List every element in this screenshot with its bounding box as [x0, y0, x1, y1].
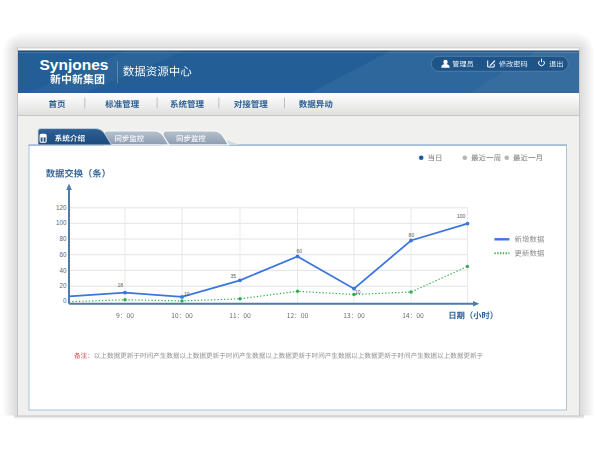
svg-text:40: 40 — [59, 267, 67, 274]
svg-text:100: 100 — [457, 213, 466, 219]
svg-text:60: 60 — [59, 251, 67, 258]
svg-text:0: 0 — [63, 297, 67, 304]
svg-text:Synjones: Synjones — [40, 56, 109, 73]
svg-text:10: 10 — [184, 291, 190, 297]
svg-text:35: 35 — [230, 273, 236, 279]
svg-text:80: 80 — [59, 235, 67, 242]
svg-text:10: 10 — [355, 289, 361, 295]
svg-text:80: 80 — [409, 232, 415, 238]
svg-text:100: 100 — [56, 219, 67, 226]
svg-text:120: 120 — [56, 204, 67, 211]
svg-text:18: 18 — [117, 282, 123, 288]
svg-text:20: 20 — [59, 282, 67, 289]
svg-text:60: 60 — [297, 248, 303, 254]
